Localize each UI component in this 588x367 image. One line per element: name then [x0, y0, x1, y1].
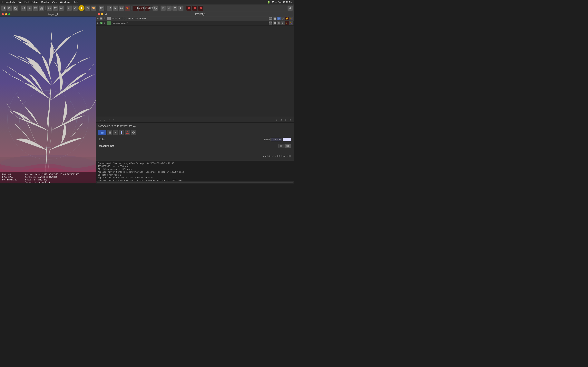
layer-eye-0[interactable]: [100, 17, 103, 20]
measure-on-button[interactable]: On: [278, 144, 285, 148]
render-flat-button[interactable]: [98, 130, 106, 135]
layer-expand-2[interactable]: ▶: [97, 22, 99, 24]
apple-menu[interactable]: : [2, 1, 3, 4]
delete-x1[interactable]: ✕: [186, 6, 191, 11]
measure-button[interactable]: [67, 6, 72, 11]
apply-checkbox[interactable]: [289, 155, 291, 157]
menu-render[interactable]: Render: [41, 1, 49, 4]
face-select-button[interactable]: [166, 6, 172, 11]
layer-icon-pt-2[interactable]: [281, 21, 285, 25]
lasso-button[interactable]: [160, 6, 166, 11]
page-right-4[interactable]: 4: [288, 118, 292, 122]
brush-tool[interactable]: 🎨: [91, 6, 96, 11]
page-left-2[interactable]: 2: [103, 118, 106, 122]
svg-point-41: [101, 18, 102, 19]
layer-icon-smooth-0[interactable]: [277, 17, 281, 20]
bottom-scrollbar[interactable]: [96, 181, 294, 184]
scissors-button[interactable]: [85, 6, 90, 11]
layer-icon-flat-0[interactable]: [273, 17, 277, 20]
render-settings-button[interactable]: [131, 130, 136, 135]
multi-select-button[interactable]: [125, 6, 130, 11]
layer-icon-wire-0[interactable]: [269, 17, 272, 20]
snapshot-button[interactable]: [99, 6, 104, 11]
layer-list: ▶ 0 2020-06-07-23.20.46 1078382503 *: [96, 16, 294, 25]
region-button[interactable]: [172, 6, 178, 11]
menu-meshlab[interactable]: meshlab: [6, 1, 15, 4]
render-texture-button[interactable]: [125, 130, 130, 135]
layer-item-2[interactable]: ▶ 2 Poisson mesh *: [96, 21, 294, 25]
svg-point-60: [291, 23, 292, 24]
svg-point-52: [101, 23, 102, 23]
menu-edit[interactable]: Edit: [25, 1, 29, 4]
sync-icon[interactable]: ⇄: [104, 13, 107, 16]
arrow-cursor-button[interactable]: [178, 6, 183, 11]
menu-help[interactable]: Help: [73, 1, 78, 4]
selection-text: Selection: v: 0 f: 0: [25, 181, 79, 183]
track-button[interactable]: [119, 6, 124, 11]
user-def-button[interactable]: User-Def: [270, 138, 282, 141]
log-panel[interactable]: Opened mesh /Users/fishuyo/SeerData/poin…: [96, 161, 294, 181]
delete-x3[interactable]: ✕: [198, 6, 203, 11]
layer-icon-multi-0[interactable]: [289, 17, 293, 20]
page-right-2[interactable]: 2: [279, 118, 283, 122]
layer-icon-red-2[interactable]: ⚡: [285, 21, 289, 25]
layer-icon-red-0[interactable]: ⚡: [285, 17, 289, 20]
3d-scene[interactable]: FOV: 60 FPS: 87.7 BO_RENDERING Current M…: [0, 17, 96, 183]
color-swatch[interactable]: [283, 138, 291, 141]
page-left-1[interactable]: 1: [98, 118, 102, 122]
menu-windows[interactable]: Windows: [60, 1, 70, 4]
search-button[interactable]: [287, 6, 293, 11]
annotation-button[interactable]: A: [78, 5, 85, 11]
log-line-2: All files opened in 379 msec: [98, 168, 292, 171]
menu-filters[interactable]: Filters: [32, 1, 38, 4]
box-button[interactable]: [53, 6, 58, 11]
minimize-button[interactable]: [5, 13, 7, 15]
render-color-button[interactable]: [119, 130, 124, 135]
layer-item-0[interactable]: ▶ 0 2020-06-07-23.20.46 1078382503 *: [96, 16, 294, 21]
right-minimize-button[interactable]: [101, 13, 103, 15]
layer-icon-multi-2[interactable]: [289, 21, 293, 25]
svg-rect-54: [274, 22, 276, 24]
svg-point-63: [109, 132, 110, 132]
page-right-3[interactable]: 3: [284, 118, 287, 122]
prop-filename: 2020-06-07-23.20.46 1078382503.xyz: [96, 124, 294, 129]
layer-icon-smooth-2[interactable]: [277, 21, 281, 25]
layer-num-0: 0: [104, 17, 106, 20]
rotate-button[interactable]: [21, 6, 26, 11]
camera-button[interactable]: [33, 6, 38, 11]
cursor-button[interactable]: [113, 6, 118, 11]
render-normal-button[interactable]: N: [113, 130, 118, 135]
pencil-button[interactable]: [107, 6, 112, 11]
right-panel: ⇄ Project_1 ▶ 0 2020-06-07-23.20.46 1078…: [96, 12, 294, 184]
new-file-button[interactable]: [1, 6, 7, 11]
scroll-track[interactable]: [97, 182, 293, 183]
grid-button[interactable]: [39, 6, 44, 11]
close-button[interactable]: [2, 13, 4, 15]
svg-point-55: [278, 22, 280, 24]
open-file-button[interactable]: [7, 6, 12, 11]
save-file-button[interactable]: [13, 6, 18, 11]
layer-icon-wire-2[interactable]: [269, 21, 272, 25]
path-button[interactable]: [72, 6, 78, 11]
measure-off-button[interactable]: Off: [285, 144, 291, 148]
cylinder-button[interactable]: [59, 6, 64, 11]
svg-point-19: [60, 8, 62, 9]
paint-button[interactable]: [27, 6, 32, 11]
page-right-1[interactable]: 1: [275, 118, 278, 122]
right-close-button[interactable]: [98, 13, 100, 15]
page-left-3[interactable]: 3: [107, 118, 111, 122]
menu-file[interactable]: File: [17, 1, 21, 4]
3d-button[interactable]: [47, 6, 52, 11]
menu-view[interactable]: View: [52, 1, 57, 4]
render-wire-button[interactable]: [107, 130, 112, 135]
app-layout: Project_1: [0, 12, 294, 184]
layer-eye-2[interactable]: [100, 22, 103, 24]
layer-icon-pt-0[interactable]: [281, 17, 285, 20]
maximize-button[interactable]: [8, 13, 10, 15]
page-left-4[interactable]: 4: [112, 118, 115, 122]
layer-expand-0[interactable]: ▶: [97, 17, 99, 20]
measure-info-toggle[interactable]: On Off: [278, 144, 291, 148]
layer-icon-flat-2[interactable]: [273, 21, 277, 25]
svg-rect-42: [269, 17, 272, 20]
delete-x2[interactable]: ✕: [192, 6, 198, 11]
